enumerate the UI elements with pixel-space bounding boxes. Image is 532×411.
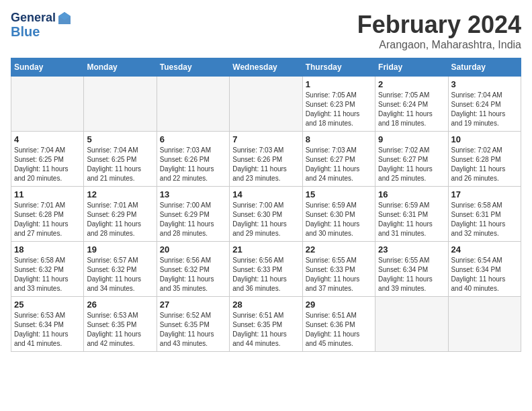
calendar-cell xyxy=(157,77,229,132)
day-info: Sunrise: 7:00 AM Sunset: 6:30 PM Dayligh… xyxy=(232,201,299,238)
day-info: Sunrise: 6:57 AM Sunset: 6:32 PM Dayligh… xyxy=(87,256,153,293)
calendar-cell: 22Sunrise: 6:55 AM Sunset: 6:33 PM Dayli… xyxy=(302,242,375,297)
day-info: Sunrise: 6:52 AM Sunset: 6:35 PM Dayligh… xyxy=(160,311,226,349)
calendar: SundayMondayTuesdayWednesdayThursdayFrid… xyxy=(11,58,521,352)
day-number: 7 xyxy=(232,134,299,144)
day-info: Sunrise: 7:05 AM Sunset: 6:24 PM Dayligh… xyxy=(378,91,445,128)
calendar-header-row: SundayMondayTuesdayWednesdayThursdayFrid… xyxy=(11,58,521,77)
weekday-header: Friday xyxy=(375,58,448,77)
calendar-week-row: 4Sunrise: 7:04 AM Sunset: 6:25 PM Daylig… xyxy=(11,132,521,187)
day-info: Sunrise: 6:58 AM Sunset: 6:31 PM Dayligh… xyxy=(451,201,518,238)
calendar-week-row: 1Sunrise: 7:05 AM Sunset: 6:23 PM Daylig… xyxy=(11,77,521,132)
day-info: Sunrise: 6:56 AM Sunset: 6:33 PM Dayligh… xyxy=(232,256,299,293)
calendar-cell: 2Sunrise: 7:05 AM Sunset: 6:24 PM Daylig… xyxy=(375,77,448,132)
calendar-cell: 10Sunrise: 7:02 AM Sunset: 6:28 PM Dayli… xyxy=(448,132,521,187)
day-number: 9 xyxy=(378,134,445,144)
calendar-cell: 3Sunrise: 7:04 AM Sunset: 6:24 PM Daylig… xyxy=(448,77,521,132)
day-number: 18 xyxy=(14,244,81,255)
day-number: 27 xyxy=(160,300,226,310)
calendar-cell: 28Sunrise: 6:51 AM Sunset: 6:35 PM Dayli… xyxy=(230,297,302,352)
header: General Blue February 2024 Arangaon, Mah… xyxy=(11,11,521,51)
day-number: 28 xyxy=(232,300,299,310)
calendar-cell: 24Sunrise: 6:54 AM Sunset: 6:34 PM Dayli… xyxy=(448,242,521,297)
month-title: February 2024 xyxy=(357,11,521,39)
calendar-cell: 13Sunrise: 7:00 AM Sunset: 6:29 PM Dayli… xyxy=(157,187,229,242)
calendar-cell: 26Sunrise: 6:53 AM Sunset: 6:35 PM Dayli… xyxy=(84,297,157,352)
calendar-cell: 8Sunrise: 7:03 AM Sunset: 6:27 PM Daylig… xyxy=(302,132,375,187)
day-number: 5 xyxy=(87,134,153,144)
calendar-cell: 27Sunrise: 6:52 AM Sunset: 6:35 PM Dayli… xyxy=(157,297,229,352)
day-info: Sunrise: 7:01 AM Sunset: 6:28 PM Dayligh… xyxy=(14,201,81,238)
day-number: 25 xyxy=(14,300,81,310)
day-number: 22 xyxy=(306,244,372,255)
day-number: 26 xyxy=(87,300,153,310)
location: Arangaon, Maharashtra, India xyxy=(357,39,521,51)
day-number: 4 xyxy=(14,134,81,144)
day-info: Sunrise: 7:03 AM Sunset: 6:27 PM Dayligh… xyxy=(306,146,372,183)
calendar-cell: 29Sunrise: 6:51 AM Sunset: 6:36 PM Dayli… xyxy=(302,297,375,352)
calendar-cell: 18Sunrise: 6:58 AM Sunset: 6:32 PM Dayli… xyxy=(11,242,84,297)
logo: General Blue xyxy=(11,11,72,39)
day-number: 21 xyxy=(232,244,299,255)
calendar-cell: 21Sunrise: 6:56 AM Sunset: 6:33 PM Dayli… xyxy=(230,242,302,297)
calendar-cell xyxy=(84,77,157,132)
calendar-cell xyxy=(230,77,302,132)
weekday-header: Thursday xyxy=(302,58,375,77)
day-number: 16 xyxy=(378,189,445,199)
weekday-header: Monday xyxy=(84,58,157,77)
day-info: Sunrise: 6:53 AM Sunset: 6:35 PM Dayligh… xyxy=(87,311,153,349)
logo-blue: Blue xyxy=(11,24,72,39)
calendar-cell: 16Sunrise: 6:59 AM Sunset: 6:31 PM Dayli… xyxy=(375,187,448,242)
day-info: Sunrise: 7:01 AM Sunset: 6:29 PM Dayligh… xyxy=(87,201,153,238)
day-info: Sunrise: 7:05 AM Sunset: 6:23 PM Dayligh… xyxy=(306,91,372,128)
day-info: Sunrise: 7:04 AM Sunset: 6:24 PM Dayligh… xyxy=(451,91,518,128)
day-info: Sunrise: 7:04 AM Sunset: 6:25 PM Dayligh… xyxy=(14,146,81,183)
calendar-cell xyxy=(11,77,84,132)
day-number: 8 xyxy=(306,134,372,144)
calendar-week-row: 11Sunrise: 7:01 AM Sunset: 6:28 PM Dayli… xyxy=(11,187,521,242)
calendar-cell: 7Sunrise: 7:03 AM Sunset: 6:26 PM Daylig… xyxy=(230,132,302,187)
weekday-header: Wednesday xyxy=(230,58,302,77)
calendar-cell: 12Sunrise: 7:01 AM Sunset: 6:29 PM Dayli… xyxy=(84,187,157,242)
day-number: 1 xyxy=(306,79,372,89)
day-info: Sunrise: 6:56 AM Sunset: 6:32 PM Dayligh… xyxy=(160,256,226,293)
calendar-cell: 9Sunrise: 7:02 AM Sunset: 6:27 PM Daylig… xyxy=(375,132,448,187)
calendar-cell: 14Sunrise: 7:00 AM Sunset: 6:30 PM Dayli… xyxy=(230,187,302,242)
calendar-cell: 1Sunrise: 7:05 AM Sunset: 6:23 PM Daylig… xyxy=(302,77,375,132)
day-number: 29 xyxy=(306,300,372,310)
day-number: 19 xyxy=(87,244,153,255)
day-number: 23 xyxy=(378,244,445,255)
day-number: 6 xyxy=(160,134,226,144)
day-number: 10 xyxy=(451,134,518,144)
day-info: Sunrise: 6:51 AM Sunset: 6:36 PM Dayligh… xyxy=(306,311,372,349)
calendar-cell xyxy=(375,297,448,352)
calendar-cell: 17Sunrise: 6:58 AM Sunset: 6:31 PM Dayli… xyxy=(448,187,521,242)
weekday-header: Sunday xyxy=(11,58,84,77)
day-info: Sunrise: 7:03 AM Sunset: 6:26 PM Dayligh… xyxy=(160,146,226,183)
logo-icon xyxy=(57,11,72,26)
day-number: 3 xyxy=(451,79,518,89)
calendar-cell: 11Sunrise: 7:01 AM Sunset: 6:28 PM Dayli… xyxy=(11,187,84,242)
day-info: Sunrise: 7:00 AM Sunset: 6:29 PM Dayligh… xyxy=(160,201,226,238)
day-info: Sunrise: 6:51 AM Sunset: 6:35 PM Dayligh… xyxy=(232,311,299,349)
day-number: 11 xyxy=(14,189,81,199)
title-area: February 2024 Arangaon, Maharashtra, Ind… xyxy=(357,11,521,51)
calendar-cell: 23Sunrise: 6:55 AM Sunset: 6:34 PM Dayli… xyxy=(375,242,448,297)
day-number: 20 xyxy=(160,244,226,255)
day-number: 24 xyxy=(451,244,518,255)
day-info: Sunrise: 6:58 AM Sunset: 6:32 PM Dayligh… xyxy=(14,256,81,293)
day-number: 15 xyxy=(306,189,372,199)
day-info: Sunrise: 7:02 AM Sunset: 6:27 PM Dayligh… xyxy=(378,146,445,183)
day-number: 13 xyxy=(160,189,226,199)
day-info: Sunrise: 7:03 AM Sunset: 6:26 PM Dayligh… xyxy=(232,146,299,183)
day-info: Sunrise: 7:04 AM Sunset: 6:25 PM Dayligh… xyxy=(87,146,153,183)
day-number: 14 xyxy=(232,189,299,199)
logo-general: General xyxy=(11,11,56,25)
calendar-cell xyxy=(448,297,521,352)
day-info: Sunrise: 7:02 AM Sunset: 6:28 PM Dayligh… xyxy=(451,146,518,183)
calendar-cell: 5Sunrise: 7:04 AM Sunset: 6:25 PM Daylig… xyxy=(84,132,157,187)
calendar-cell: 15Sunrise: 6:59 AM Sunset: 6:30 PM Dayli… xyxy=(302,187,375,242)
day-info: Sunrise: 6:55 AM Sunset: 6:34 PM Dayligh… xyxy=(378,256,445,293)
day-number: 17 xyxy=(451,189,518,199)
day-info: Sunrise: 6:53 AM Sunset: 6:34 PM Dayligh… xyxy=(14,311,81,349)
